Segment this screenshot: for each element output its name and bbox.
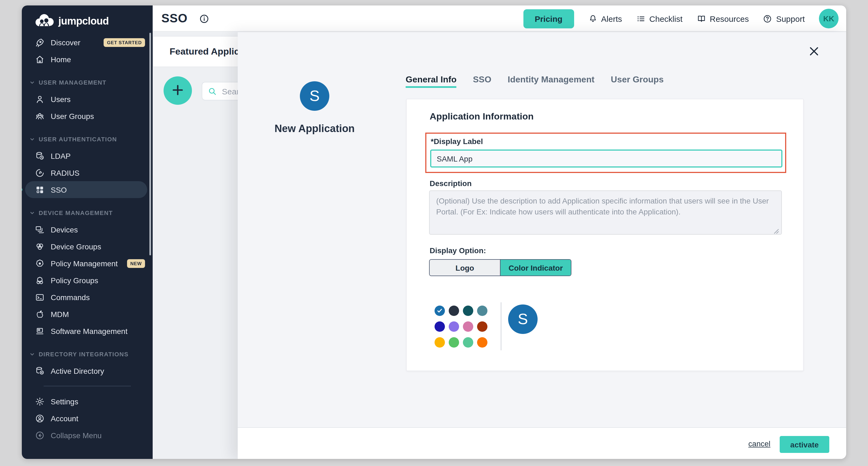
alerts-button[interactable]: Alerts <box>588 14 622 23</box>
pricing-button[interactable]: Pricing <box>523 9 574 28</box>
resources-button[interactable]: Resources <box>697 14 749 23</box>
sidebar-item-label: MDM <box>51 310 69 318</box>
support-button[interactable]: Support <box>763 14 805 23</box>
active-directory-icon <box>35 366 45 376</box>
sidebar-item-policy-groups[interactable]: Policy Groups <box>22 272 153 289</box>
sidebar-item-label: Collapse Menu <box>51 431 102 440</box>
sidebar-item-account[interactable]: Account <box>22 410 153 427</box>
color-swatch[interactable] <box>449 321 459 332</box>
check-icon <box>437 306 443 316</box>
sidebar-item-device-groups[interactable]: Device Groups <box>22 238 153 255</box>
sidebar-item-commands[interactable]: Commands <box>22 289 153 305</box>
sidebar-item-sso[interactable]: SSO <box>25 181 147 198</box>
add-application-button[interactable] <box>163 77 192 105</box>
color-swatch[interactable] <box>449 337 459 348</box>
software-icon <box>35 326 45 336</box>
sidebar-scrollbar[interactable] <box>149 33 151 255</box>
color-swatch-selected[interactable] <box>435 305 445 316</box>
color-swatch[interactable] <box>477 321 488 332</box>
device-groups-icon <box>35 241 45 251</box>
terminal-icon <box>35 292 45 302</box>
color-swatch[interactable] <box>435 337 445 348</box>
modal-tabs: General Info SSO Identity Management Use… <box>406 75 663 88</box>
color-swatch[interactable] <box>477 337 488 348</box>
resources-label: Resources <box>710 14 749 23</box>
close-button[interactable] <box>807 45 820 58</box>
application-information-card: Application Information *Display Label D… <box>406 99 804 371</box>
sidebar-item-settings[interactable]: Settings <box>22 393 153 410</box>
question-circle-icon <box>763 14 772 23</box>
sidebar-item-label: RADIUS <box>51 168 80 177</box>
home-icon <box>35 54 45 64</box>
checklist-label: Checklist <box>649 14 683 23</box>
color-swatch[interactable] <box>463 321 473 332</box>
apple-icon <box>35 309 45 319</box>
sidebar-item-devices[interactable]: Devices <box>22 221 153 238</box>
logo-wordmark: jumpcloud <box>58 15 109 27</box>
display-label-label: *Display Label <box>431 137 483 146</box>
info-icon[interactable] <box>199 13 209 24</box>
color-swatch[interactable] <box>477 305 488 316</box>
activate-button[interactable]: activate <box>780 436 829 453</box>
new-application-modal: S New Application General Info SSO Ident… <box>238 32 846 459</box>
sidebar-item-label: Account <box>51 414 78 423</box>
tab-sso[interactable]: SSO <box>473 75 492 88</box>
user-avatar[interactable]: KK <box>819 9 839 28</box>
section-device-management[interactable]: DEVICE MANAGEMENT <box>22 205 153 221</box>
jumpcloud-logo[interactable]: jumpcloud <box>34 13 109 29</box>
sidebar-item-label: Policy Groups <box>51 276 98 285</box>
modal-footer: cancel activate <box>238 427 846 459</box>
sidebar-item-label: Active Directory <box>51 367 104 375</box>
color-swatch[interactable] <box>463 305 473 316</box>
tab-identity-management[interactable]: Identity Management <box>507 75 594 88</box>
active-indicator-dot <box>22 188 22 192</box>
section-user-authentication[interactable]: USER AUTHENTICATION <box>22 131 153 147</box>
color-preview-avatar: S <box>508 304 537 334</box>
sidebar-item-user-groups[interactable]: User Groups <box>22 108 153 124</box>
sidebar-divider <box>43 386 131 386</box>
color-swatch[interactable] <box>449 305 459 316</box>
page-title: SSO <box>161 11 188 26</box>
sidebar-item-radius[interactable]: RADIUS <box>22 164 153 181</box>
tab-general-info[interactable]: General Info <box>406 75 457 88</box>
tab-user-groups[interactable]: User Groups <box>611 75 664 88</box>
sidebar-item-collapse-menu[interactable]: Collapse Menu <box>22 427 153 444</box>
color-swatch[interactable] <box>435 321 445 332</box>
get-started-badge: GET STARTED <box>104 38 145 47</box>
cancel-link[interactable]: cancel <box>748 439 770 448</box>
sidebar-item-label: Software Management <box>51 327 128 335</box>
sidebar: jumpcloud Discover GET STARTED Home <box>22 5 153 459</box>
description-textarea[interactable] <box>429 191 782 235</box>
book-icon <box>697 14 706 23</box>
close-icon <box>807 51 820 59</box>
sso-grid-icon <box>35 185 45 195</box>
sidebar-item-mdm[interactable]: MDM <box>22 305 153 322</box>
sidebar-item-users[interactable]: Users <box>22 91 153 108</box>
sidebar-item-home[interactable]: Home <box>22 51 153 68</box>
sidebar-item-label: Users <box>51 95 71 104</box>
logo-option[interactable]: Logo <box>430 260 500 275</box>
sidebar-item-discover[interactable]: Discover GET STARTED <box>22 34 153 51</box>
section-user-management[interactable]: USER MANAGEMENT <box>22 74 153 91</box>
sidebar-item-active-directory[interactable]: Active Directory <box>22 362 153 379</box>
sidebar-item-policy-management[interactable]: Policy Management NEW <box>22 255 153 272</box>
chevron-down-icon <box>29 351 35 357</box>
color-swatch[interactable] <box>463 337 473 348</box>
jumpcloud-cloud-icon <box>34 13 55 29</box>
display-option-toggle: Logo Color Indicator <box>429 259 571 276</box>
palette-divider <box>500 302 502 350</box>
color-indicator-option[interactable]: Color Indicator <box>500 260 571 275</box>
checklist-button[interactable]: Checklist <box>636 14 683 23</box>
devices-icon <box>35 225 45 234</box>
description-label: Description <box>430 179 472 188</box>
sidebar-item-ldap[interactable]: LDAP <box>22 147 153 164</box>
app-window: jumpcloud Discover GET STARTED Home <box>22 5 846 459</box>
rocket-icon <box>35 37 45 47</box>
section-directory-integrations[interactable]: DIRECTORY INTEGRATIONS <box>22 346 153 362</box>
app-name: New Application <box>249 123 380 135</box>
sidebar-nav: Discover GET STARTED Home USER MANAGEMEN… <box>22 34 153 444</box>
color-palette <box>435 305 488 348</box>
display-label-input[interactable] <box>430 149 782 168</box>
bell-icon <box>588 14 597 23</box>
sidebar-item-software-management[interactable]: Software Management <box>22 322 153 340</box>
